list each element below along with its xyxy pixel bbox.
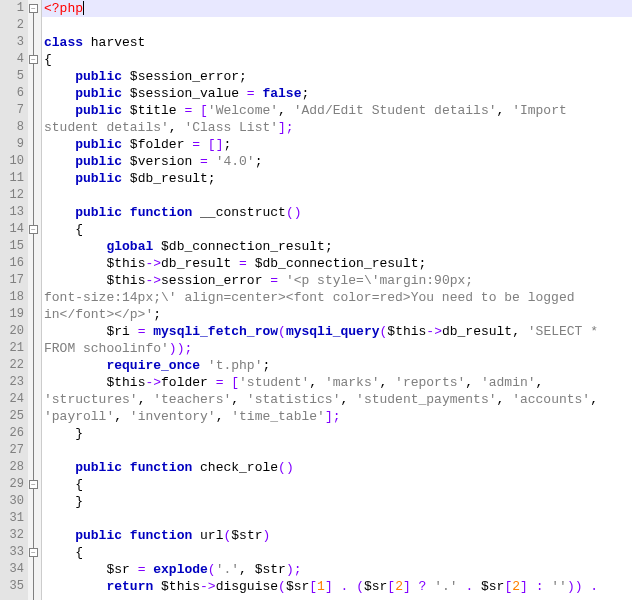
code-line xyxy=(42,187,632,204)
code-line: FROM schoolinfo')); xyxy=(42,340,632,357)
code-line: { xyxy=(42,51,632,68)
code-line: public function url($str) xyxy=(42,527,632,544)
code-line: $ri = mysqli_fetch_row(mysqli_query($thi… xyxy=(42,323,632,340)
fold-marker[interactable]: − xyxy=(29,480,38,489)
code-line: font-size:14px;\' align=center><font col… xyxy=(42,289,632,306)
code-line: public $title = ['Welcome', 'Add/Edit St… xyxy=(42,102,632,119)
code-line: public $version = '4.0'; xyxy=(42,153,632,170)
fold-marker[interactable]: − xyxy=(29,225,38,234)
code-line: return $this->disguise($sr[1] . ($sr[2] … xyxy=(42,578,632,595)
code-line: $this->session_error = '<p style=\'margi… xyxy=(42,272,632,289)
code-line: 'payroll', 'inventory', 'time_table']; xyxy=(42,408,632,425)
code-line: public $session_value = false; xyxy=(42,85,632,102)
line-number-gutter: 1234567891011121314151617181920212223242… xyxy=(0,0,28,600)
code-line: public $folder = []; xyxy=(42,136,632,153)
code-line: $this->folder = ['student', 'marks', 're… xyxy=(42,374,632,391)
code-line: } xyxy=(42,493,632,510)
fold-marker[interactable]: − xyxy=(29,548,38,557)
code-line: { xyxy=(42,476,632,493)
code-editor-area[interactable]: <?php class harvest { public $session_er… xyxy=(42,0,632,600)
code-line: student details', 'Class List']; xyxy=(42,119,632,136)
code-line: public $session_error; xyxy=(42,68,632,85)
code-line: <?php xyxy=(42,0,632,17)
code-line: require_once 't.php'; xyxy=(42,357,632,374)
code-line: public $db_result; xyxy=(42,170,632,187)
text-cursor xyxy=(83,1,84,15)
code-line: { xyxy=(42,221,632,238)
code-line: in</font></p>'; xyxy=(42,306,632,323)
code-line: global $db_connection_result; xyxy=(42,238,632,255)
code-line: public function __construct() xyxy=(42,204,632,221)
code-line: class harvest xyxy=(42,34,632,51)
code-line: public function check_role() xyxy=(42,459,632,476)
code-line xyxy=(42,510,632,527)
code-line xyxy=(42,17,632,34)
code-line: $this->db_result = $db_connection_result… xyxy=(42,255,632,272)
code-line: { xyxy=(42,544,632,561)
code-line xyxy=(42,442,632,459)
fold-marker[interactable]: − xyxy=(29,4,38,13)
code-line: } xyxy=(42,425,632,442)
code-line: $sr = explode('.', $str); xyxy=(42,561,632,578)
code-line: 'structures', 'teachers', 'statistics', … xyxy=(42,391,632,408)
fold-marker[interactable]: − xyxy=(29,55,38,64)
fold-column: − − − − − xyxy=(28,0,42,600)
